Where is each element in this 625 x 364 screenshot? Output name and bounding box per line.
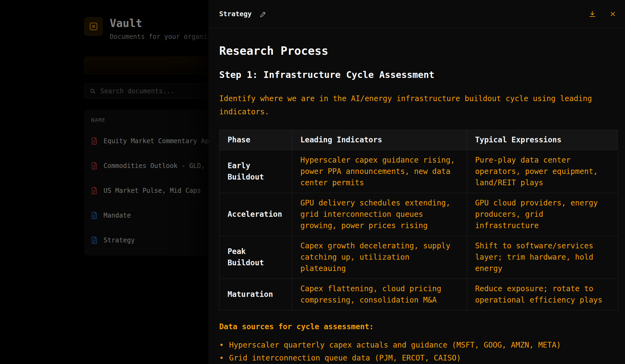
bullet-item: Grid interconnection queue data (PJM, ER… [219, 352, 614, 364]
table-column-header: Leading Indicators [292, 130, 467, 150]
page-title: Research Process [219, 44, 614, 57]
table-cell-indicators: Capex growth decelerating, supply catchi… [292, 236, 467, 279]
table-row: AccelerationGPU delivery schedules exten… [219, 193, 618, 236]
close-button[interactable] [607, 8, 619, 20]
modal-backdrop[interactable] [0, 0, 208, 364]
document-drawer: Strategy Res [208, 0, 625, 364]
drawer-content: Research Process Step 1: Infrastructure … [208, 28, 625, 364]
table-cell-expressions: Reduce exposure; rotate to operational e… [467, 279, 618, 310]
table-header-row: PhaseLeading IndicatorsTypical Expressio… [219, 130, 618, 150]
table-cell-phase: Maturation [219, 279, 292, 310]
pencil-icon [260, 11, 266, 17]
cycle-assessment-table: PhaseLeading IndicatorsTypical Expressio… [219, 130, 618, 310]
download-icon [589, 10, 596, 18]
table-cell-indicators: GPU delivery schedules extending, grid i… [292, 193, 467, 236]
table-row: Peak BuildoutCapex growth decelerating, … [219, 236, 618, 279]
data-sources-list: Hyperscaler quarterly capex actuals and … [219, 339, 614, 364]
bullet-item: Hyperscaler quarterly capex actuals and … [219, 339, 614, 352]
table-row: MaturationCapex flattening, cloud pricin… [219, 279, 618, 310]
table-cell-expressions: GPU cloud providers, energy producers, g… [467, 193, 618, 236]
table-cell-indicators: Hyperscaler capex guidance rising, power… [292, 150, 467, 193]
data-sources-label: Data sources for cycle assessment: [219, 322, 614, 331]
table-cell-expressions: Shift to software/services layer; trim h… [467, 236, 618, 279]
table-cell-indicators: Capex flattening, cloud pricing compress… [292, 279, 467, 310]
table-column-header: Typical Expressions [467, 130, 618, 150]
table-cell-expressions: Pure-play data center operators, power e… [467, 150, 618, 193]
download-button[interactable] [586, 8, 599, 20]
close-icon [609, 11, 616, 18]
intro-text: Identify where we are in the AI/energy i… [219, 92, 607, 118]
drawer-header: Strategy [208, 0, 625, 28]
table-cell-phase: Acceleration [219, 193, 292, 236]
drawer-title: Strategy [219, 10, 252, 18]
table-cell-phase: Peak Buildout [219, 236, 292, 279]
table-column-header: Phase [219, 130, 292, 150]
table-cell-phase: Early Buildout [219, 150, 292, 193]
edit-title-button[interactable] [257, 8, 269, 20]
step-heading: Step 1: Infrastructure Cycle Assessment [219, 69, 614, 80]
table-row: Early BuildoutHyperscaler capex guidance… [219, 150, 618, 193]
